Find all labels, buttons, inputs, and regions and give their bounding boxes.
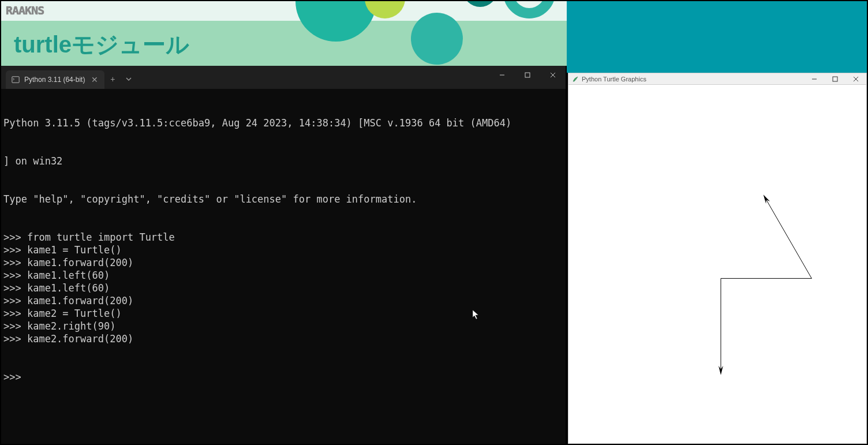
maximize-button[interactable] — [515, 66, 540, 84]
terminal-tab-icon — [12, 76, 20, 84]
close-tab-button[interactable]: ✕ — [89, 74, 100, 85]
right-top-panel — [567, 1, 867, 73]
terminal-input-line: >>> kame2.right(90) — [3, 320, 563, 332]
terminal-tab-title: Python 3.11 (64-bit) — [24, 76, 85, 84]
terminal-input-line: >>> from turtle import Turtle — [3, 231, 563, 244]
close-window-button[interactable] — [540, 66, 566, 84]
new-tab-button[interactable]: + — [104, 71, 121, 87]
turtle-titlebar[interactable]: Python Turtle Graphics — [568, 73, 866, 85]
terminal-tab[interactable]: Python 3.11 (64-bit) ✕ — [6, 70, 104, 89]
terminal-banner-line: Python 3.11.5 (tags/v3.11.5:cce6ba9, Aug… — [3, 117, 563, 129]
terminal-input-line: >>> kame2.forward(200) — [3, 332, 563, 345]
feather-icon — [572, 76, 579, 83]
terminal-body[interactable]: Python 3.11.5 (tags/v3.11.5:cce6ba9, Aug… — [1, 89, 566, 444]
svg-rect-0 — [12, 77, 19, 83]
terminal-banner-line: ] on win32 — [3, 155, 563, 167]
turtle-canvas — [568, 85, 866, 443]
terminal-input-line: >>> kame1 = Turtle() — [3, 244, 563, 256]
terminal-window: Python 3.11 (64-bit) ✕ + Python 3.11.5 (… — [1, 66, 566, 444]
terminal-banner-line: Type "help", "copyright", "credits" or "… — [3, 193, 563, 205]
svg-rect-2 — [525, 73, 530, 77]
terminal-input-line: >>> kame1.left(60) — [3, 269, 563, 282]
svg-line-10 — [766, 200, 812, 278]
terminal-input-line: >>> kame2 = Turtle() — [3, 307, 563, 320]
turtle-graphics-window: Python Turtle Graphics — [568, 73, 867, 444]
terminal-prompt[interactable]: >>> — [3, 371, 563, 383]
turtle-window-title: Python Turtle Graphics — [582, 76, 646, 83]
slide-title: turtleモジュール — [14, 29, 189, 61]
terminal-input-line: >>> kame1.forward(200) — [3, 294, 563, 307]
svg-rect-6 — [833, 77, 837, 81]
terminal-input-line: >>> kame1.forward(200) — [3, 256, 563, 269]
turtle-window-buttons — [804, 73, 866, 85]
header-decoration — [261, 1, 607, 66]
terminal-input-line: >>> kame1.left(60) — [3, 282, 563, 294]
turtle-maximize-button[interactable] — [825, 73, 845, 85]
minimize-button[interactable] — [489, 66, 515, 84]
turtle-minimize-button[interactable] — [804, 73, 825, 85]
logo-text: RAAKNS — [6, 3, 44, 17]
terminal-titlebar[interactable]: Python 3.11 (64-bit) ✕ + — [1, 66, 566, 89]
terminal-window-buttons — [489, 66, 566, 89]
tab-dropdown-button[interactable] — [121, 71, 137, 87]
turtle-close-button[interactable] — [845, 73, 866, 85]
